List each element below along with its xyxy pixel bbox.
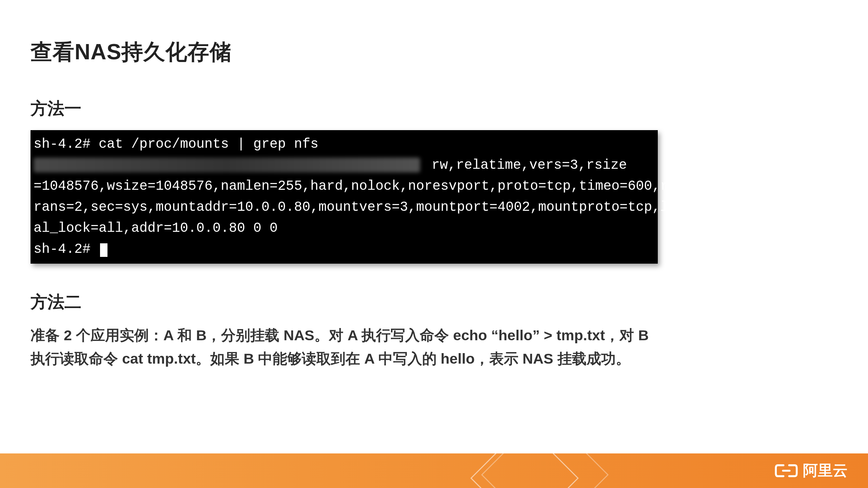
cursor-icon bbox=[100, 243, 107, 257]
method2-heading: 方法二 bbox=[31, 291, 837, 313]
terminal-line-4: rans=2,sec=sys,mountaddr=10.0.0.80,mount… bbox=[34, 197, 653, 218]
slide: 查看NAS持久化存储 方法一 sh-4.2# cat /proc/mounts … bbox=[0, 0, 868, 488]
redacted-host bbox=[34, 158, 420, 172]
method1-block: 方法一 sh-4.2# cat /proc/mounts | grep nfs … bbox=[31, 97, 837, 264]
page-title: 查看NAS持久化存储 bbox=[31, 37, 837, 67]
terminal-line-3: =1048576,wsize=1048576,namlen=255,hard,n… bbox=[34, 176, 653, 197]
terminal-line-6: sh-4.2# bbox=[34, 239, 653, 260]
terminal-wrap: sh-4.2# cat /proc/mounts | grep nfs rw,r… bbox=[31, 130, 837, 264]
terminal-prompt: sh-4.2# bbox=[34, 242, 99, 257]
method2-block: 方法二 准备 2 个应用实例：A 和 B，分别挂载 NAS。对 A 执行写入命令… bbox=[31, 291, 837, 370]
terminal-line-1: sh-4.2# cat /proc/mounts | grep nfs bbox=[34, 134, 653, 155]
terminal-output: sh-4.2# cat /proc/mounts | grep nfs rw,r… bbox=[31, 130, 658, 264]
terminal-line-2-suffix: rw,relatime,vers=3,rsize bbox=[423, 158, 627, 173]
brand: 阿里云 bbox=[774, 461, 848, 481]
content-area: 查看NAS持久化存储 方法一 sh-4.2# cat /proc/mounts … bbox=[31, 37, 837, 370]
aliyun-logo-icon bbox=[774, 462, 798, 480]
terminal-line-5: al_lock=all,addr=10.0.0.80 0 0 bbox=[34, 218, 653, 239]
brand-name: 阿里云 bbox=[803, 461, 848, 481]
terminal-line-2: rw,relatime,vers=3,rsize bbox=[34, 155, 653, 176]
method1-heading: 方法一 bbox=[31, 97, 837, 120]
footer-bar: 阿里云 bbox=[0, 453, 868, 488]
method2-body: 准备 2 个应用实例：A 和 B，分别挂载 NAS。对 A 执行写入命令 ech… bbox=[31, 324, 665, 370]
